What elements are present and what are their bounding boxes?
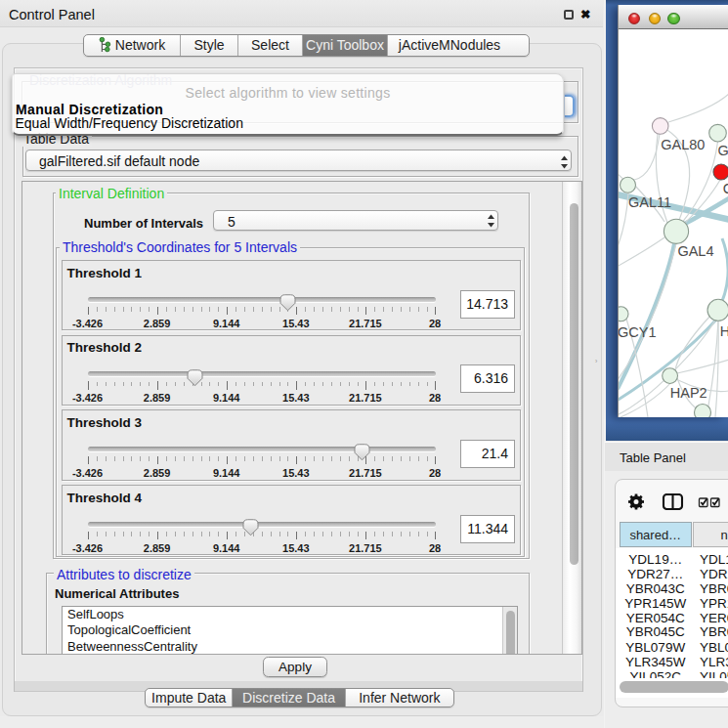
svg-text:C: C: [723, 181, 728, 196]
svg-text:GAL80: GAL80: [661, 137, 705, 152]
svg-text:HAP2: HAP2: [670, 385, 707, 401]
svg-text:GCY1: GCY1: [619, 324, 657, 340]
svg-text:GAL11: GAL11: [628, 194, 671, 210]
svg-text:GA: GA: [718, 143, 728, 158]
svg-text:GAL4: GAL4: [677, 243, 713, 259]
svg-text:H: H: [720, 323, 728, 339]
